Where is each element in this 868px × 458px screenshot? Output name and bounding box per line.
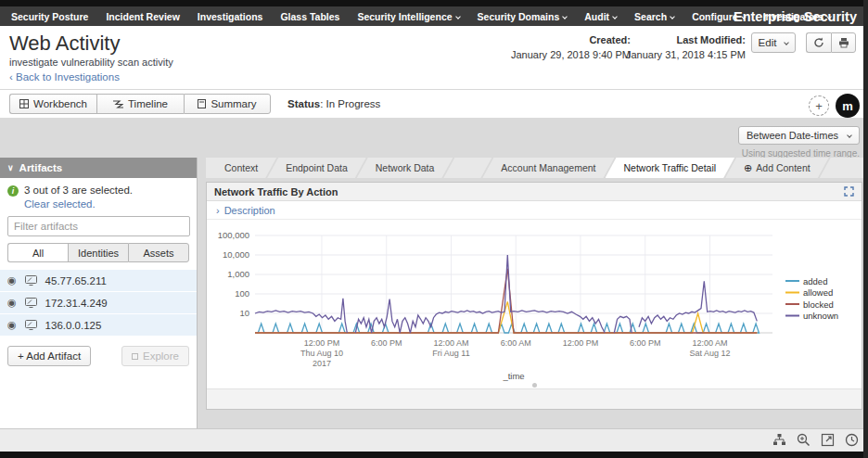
last-modified-value: January 31, 2018 4:15 PM bbox=[588, 49, 746, 60]
clear-selected-link[interactable]: Clear selected. bbox=[24, 198, 197, 210]
timeline-label: Timeline bbox=[128, 98, 168, 109]
nav-security-posture[interactable]: Security Posture bbox=[11, 11, 88, 22]
tab-add-content[interactable]: ⊕Add Content bbox=[725, 158, 829, 178]
workbench-tab-button[interactable]: Workbench bbox=[9, 94, 96, 114]
history-clock-icon[interactable] bbox=[845, 433, 859, 447]
x-axis-tick-label: Thu Aug 10 bbox=[300, 349, 343, 358]
x-axis-tick-label: 12:00 PM bbox=[563, 338, 599, 348]
y-axis-tick-label: 100 bbox=[235, 288, 249, 299]
nav-investigations[interactable]: Investigations bbox=[198, 11, 263, 22]
add-content-label: Add Content bbox=[756, 162, 810, 173]
timeline-tab-button[interactable]: Timeline bbox=[96, 94, 184, 114]
last-modified-label: Last Modified: bbox=[588, 34, 746, 45]
timeline-icon bbox=[113, 100, 123, 108]
explore-label: Explore bbox=[143, 350, 179, 362]
x-axis-tick-label: 12:00 PM bbox=[304, 338, 340, 348]
artifact-row[interactable]: ◉ 136.0.0.125 bbox=[0, 314, 197, 337]
edit-button[interactable]: Edit bbox=[751, 32, 796, 53]
status-value: : In Progress bbox=[320, 98, 380, 109]
x-axis-tick-label: Sat Aug 12 bbox=[689, 349, 730, 358]
artifacts-tab-all[interactable]: All bbox=[7, 243, 68, 262]
print-button[interactable] bbox=[831, 32, 856, 53]
expand-panel-icon[interactable] bbox=[844, 186, 854, 197]
back-to-investigations-link[interactable]: ‹ Back to Investigations bbox=[9, 71, 120, 83]
bottom-toolbar bbox=[0, 428, 868, 452]
nav-search[interactable]: Search bbox=[634, 11, 674, 22]
summary-tab-button[interactable]: Summary bbox=[184, 94, 271, 114]
investigation-status: Status: In Progress bbox=[287, 98, 380, 109]
x-axis-tick-label: 12:00 AM bbox=[433, 338, 468, 348]
legend-label-added[interactable]: added bbox=[803, 276, 827, 286]
legend-label-allowed[interactable]: allowed bbox=[803, 287, 833, 298]
tab-endpoint-data[interactable]: Endpoint Data bbox=[267, 158, 366, 178]
tab-network-data[interactable]: Network Data bbox=[357, 158, 453, 178]
network-traffic-panel: Network Traffic By Action › Description … bbox=[206, 182, 862, 410]
filter-artifacts-input[interactable] bbox=[7, 216, 190, 236]
nav-label: Security Domains bbox=[478, 11, 560, 22]
asset-monitor-icon bbox=[25, 275, 37, 286]
artifacts-tab-assets[interactable]: Assets bbox=[128, 243, 189, 262]
description-label: Description bbox=[224, 205, 275, 216]
screen-edge-top bbox=[0, 0, 868, 6]
workbench-grid-icon bbox=[19, 99, 29, 108]
info-icon: i bbox=[7, 185, 19, 197]
add-artifact-button[interactable]: + Add Artifact bbox=[7, 346, 91, 366]
summary-label: Summary bbox=[211, 98, 256, 109]
tab-network-traffic-detail[interactable]: Network Traffic Detail bbox=[606, 158, 735, 178]
network-traffic-chart[interactable]: 101001,00010,000100,00012:00 PMThu Aug 1… bbox=[212, 222, 852, 383]
artifact-value: 45.77.65.211 bbox=[45, 275, 107, 286]
screen-edge-bottom bbox=[0, 452, 868, 458]
nav-label: Security Intelligence bbox=[357, 11, 452, 22]
tab-context[interactable]: Context bbox=[206, 158, 276, 178]
scope-icon: ◉ bbox=[7, 274, 17, 286]
page-title: Web Activity bbox=[9, 32, 120, 56]
zoom-search-icon[interactable] bbox=[797, 433, 811, 447]
nav-incident-review[interactable]: Incident Review bbox=[106, 11, 179, 22]
sitemap-icon[interactable] bbox=[772, 433, 786, 447]
y-axis-tick-label: 1,000 bbox=[227, 269, 249, 279]
x-axis-tick-label: Fri Aug 11 bbox=[432, 349, 469, 358]
view-switcher-row: Workbench Timeline Summary Status: In Pr… bbox=[0, 91, 868, 118]
asset-monitor-icon bbox=[25, 298, 37, 308]
explore-button[interactable]: Explore bbox=[121, 346, 189, 366]
artifact-row[interactable]: ◉ 172.31.4.249 bbox=[0, 292, 197, 314]
status-label: Status bbox=[287, 98, 320, 109]
description-toggle[interactable]: › Description bbox=[207, 201, 862, 220]
artifact-value: 136.0.0.125 bbox=[45, 320, 102, 331]
carousel-dot[interactable] bbox=[532, 383, 537, 388]
nav-security-intelligence[interactable]: Security Intelligence bbox=[357, 11, 459, 22]
series-line-unknown bbox=[614, 316, 632, 333]
refresh-button[interactable] bbox=[806, 32, 831, 53]
y-axis-tick-label: 10,000 bbox=[223, 249, 249, 260]
add-collaborator-button[interactable]: + bbox=[809, 95, 829, 116]
refresh-icon bbox=[813, 37, 824, 48]
open-in-new-icon[interactable] bbox=[821, 433, 835, 447]
x-axis-title: _time bbox=[502, 371, 524, 381]
panel-title: Network Traffic By Action bbox=[214, 186, 338, 197]
nav-audit[interactable]: Audit bbox=[584, 11, 617, 22]
time-range-value: Between Date-times bbox=[747, 130, 838, 141]
chevron-down-icon bbox=[455, 14, 461, 19]
chevron-down-icon bbox=[847, 133, 852, 138]
add-content-icon: ⊕ bbox=[744, 162, 752, 173]
workbench-label: Workbench bbox=[33, 98, 87, 109]
tab-account-management[interactable]: Account Management bbox=[482, 158, 614, 178]
nav-glass-tables[interactable]: Glass Tables bbox=[280, 11, 339, 22]
description-chevron-icon: › bbox=[216, 205, 220, 216]
legend-label-blocked[interactable]: blocked bbox=[803, 299, 834, 310]
x-axis-tick-label: 6:00 PM bbox=[630, 338, 661, 348]
collapse-caret-icon: ∨ bbox=[7, 163, 14, 172]
artifacts-panel-header[interactable]: ∨ Artifacts bbox=[0, 158, 197, 178]
artifacts-panel: ∨ Artifacts i 3 out of 3 are selected. C… bbox=[0, 158, 198, 428]
artifact-row[interactable]: ◉ 45.77.65.211 bbox=[0, 270, 197, 292]
asset-monitor-icon bbox=[25, 320, 37, 330]
legend-label-unknown[interactable]: unknown bbox=[803, 311, 838, 321]
app-brand: Enterprise Security bbox=[734, 9, 857, 24]
y-axis-tick-label: 10 bbox=[239, 308, 249, 318]
panel-footer bbox=[207, 388, 862, 409]
explore-icon bbox=[132, 353, 138, 360]
time-range-dropdown[interactable]: Between Date-times bbox=[738, 126, 860, 145]
user-avatar[interactable]: m bbox=[836, 94, 860, 118]
artifacts-tab-identities[interactable]: Identities bbox=[68, 243, 128, 262]
nav-security-domains[interactable]: Security Domains bbox=[478, 11, 568, 22]
